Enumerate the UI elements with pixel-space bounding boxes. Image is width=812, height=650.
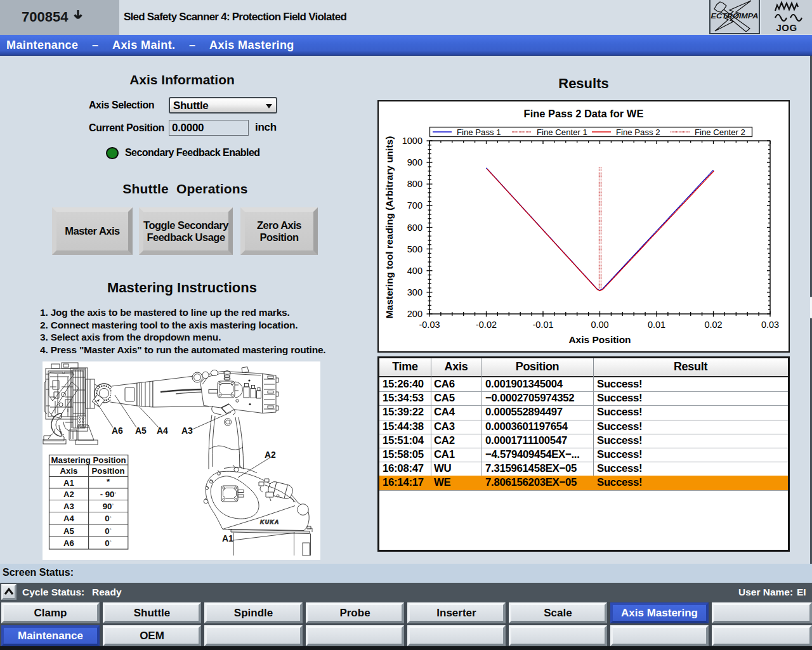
svg-text:0◦: 0◦	[105, 538, 111, 548]
svg-text:JOG: JOG	[776, 22, 797, 33]
svg-text:0◦: 0◦	[105, 514, 111, 524]
svg-text:A5: A5	[135, 426, 147, 436]
svg-text:90◦: 90◦	[103, 501, 114, 511]
svg-text:1000: 1000	[402, 136, 422, 146]
svg-text:200: 200	[407, 309, 422, 319]
svg-text:- 90◦: - 90◦	[100, 490, 117, 500]
svg-text:Fine Pass 1: Fine Pass 1	[457, 127, 501, 137]
svg-text:0◦: 0◦	[105, 526, 111, 536]
svg-text:A5: A5	[63, 526, 74, 536]
svg-text:A6: A6	[112, 426, 123, 436]
svg-text:Fine Center 2: Fine Center 2	[695, 127, 745, 137]
svg-text:700: 700	[407, 200, 422, 211]
svg-text:A2: A2	[63, 490, 74, 499]
svg-text:Position: Position	[91, 466, 124, 476]
svg-text:A3: A3	[181, 426, 193, 436]
svg-text:ECTROIMPA: ECTROIMPA	[711, 12, 759, 20]
svg-text:0.00: 0.00	[591, 320, 608, 330]
svg-text:Axis Position: Axis Position	[568, 334, 631, 345]
svg-text:A1: A1	[63, 478, 74, 488]
svg-text:400: 400	[407, 266, 422, 276]
svg-text:A6: A6	[63, 538, 74, 548]
svg-text:KUKA: KUKA	[260, 519, 280, 525]
svg-text:0.01: 0.01	[648, 320, 665, 330]
svg-text:-0.02: -0.02	[476, 320, 497, 330]
svg-text:Mastering tool reading (Arbitr: Mastering tool reading (Arbitrary units)	[384, 136, 395, 319]
svg-text:800: 800	[407, 179, 422, 189]
svg-text:A3: A3	[63, 502, 74, 511]
svg-text:600: 600	[407, 223, 422, 233]
svg-text:900: 900	[407, 157, 422, 167]
svg-text:A4: A4	[63, 514, 75, 523]
svg-text:*: *	[107, 477, 110, 486]
svg-text:-0.01: -0.01	[532, 320, 553, 330]
svg-text:0.03: 0.03	[761, 320, 779, 330]
svg-text:-0.03: -0.03	[419, 320, 440, 330]
svg-text:0.02: 0.02	[704, 320, 722, 330]
svg-text:Fine Pass 2 Data for WE: Fine Pass 2 Data for WE	[524, 108, 644, 119]
svg-text:A1: A1	[222, 533, 233, 543]
svg-text:Fine Center 1: Fine Center 1	[537, 127, 587, 137]
svg-text:300: 300	[407, 287, 422, 297]
svg-text:A2: A2	[265, 450, 276, 460]
svg-text:500: 500	[407, 244, 422, 254]
svg-text:A4: A4	[157, 426, 168, 436]
svg-text:Axis: Axis	[60, 466, 78, 476]
svg-text:Fine Pass 2: Fine Pass 2	[616, 127, 660, 137]
svg-text:Mastering Position: Mastering Position	[51, 455, 126, 465]
